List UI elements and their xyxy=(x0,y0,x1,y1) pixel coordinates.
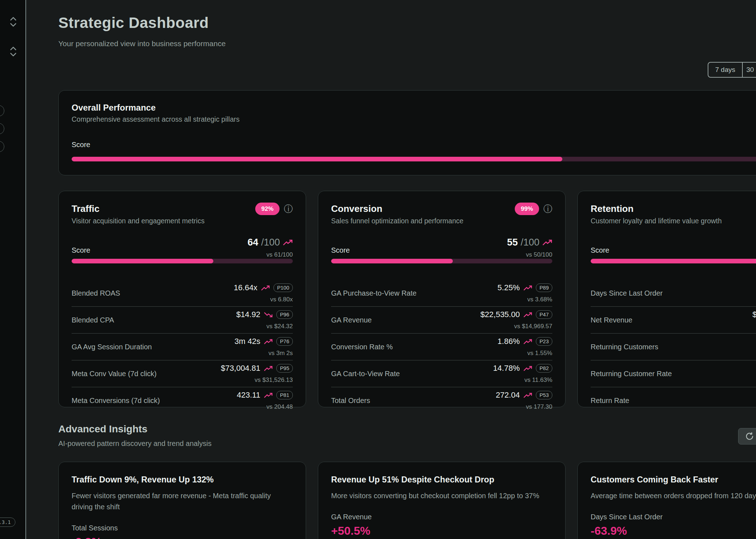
info-icon[interactable]: ⓘ xyxy=(543,204,552,213)
info-icon[interactable]: ⓘ xyxy=(284,204,293,213)
insight-description: Average time between orders dropped from… xyxy=(591,490,756,501)
metric-comparison: vs 6.80x xyxy=(270,296,293,303)
percentile-badge: P53 xyxy=(536,391,552,400)
range-7-days-button[interactable]: 7 days xyxy=(708,63,743,77)
metric-row: Returning Customers xyxy=(591,333,756,360)
trend-up-icon xyxy=(523,392,532,398)
pillar-subtitle: Customer loyalty and lifetime value grow… xyxy=(591,217,722,225)
metric-label: GA Purchase-to-View Rate xyxy=(331,289,417,297)
insight-title: Revenue Up 51% Despite Checkout Drop xyxy=(331,475,552,485)
insight-metric-label: Days Since Last Order xyxy=(591,513,756,521)
overall-card-subtitle: Comprehensive assessment across all stra… xyxy=(72,115,239,123)
metric-value-group: 1.86% P23 xyxy=(498,337,552,346)
metric-value-group: 423.11 P81 xyxy=(237,390,293,400)
page-title: Strategic Dashboard xyxy=(58,14,209,31)
score-progress-bar xyxy=(72,259,293,263)
metric-value: 16.64x xyxy=(234,283,257,292)
trend-up-icon xyxy=(523,339,532,345)
metric-value: 423.11 xyxy=(237,390,261,400)
advanced-insights-subtitle: AI-powered pattern discovery and trend a… xyxy=(58,440,212,448)
score-value-group: 55 /100 xyxy=(507,237,552,248)
overall-card-title: Overall Performance xyxy=(72,103,239,113)
page-subtitle: Your personalized view into business per… xyxy=(58,39,226,48)
score-value: 55 xyxy=(507,237,518,248)
trend-up-icon xyxy=(283,239,293,246)
metric-value: $73,004.81 xyxy=(221,364,260,373)
score-comparison: vs 50/100 xyxy=(526,251,552,258)
score-value-group: 64 /100 xyxy=(247,237,293,248)
metric-value-group: $73,004.81 P95 xyxy=(221,364,293,373)
pillar-title: Conversion xyxy=(331,203,464,214)
trend-up-icon xyxy=(523,285,532,291)
percentile-badge: P95 xyxy=(276,364,293,373)
trend-up-icon xyxy=(261,285,270,291)
score-progress-fill xyxy=(331,259,453,263)
metric-row: Conversion Rate % 1.86% P23 vs 1.55% xyxy=(331,333,552,360)
insight-metric-value: -63.9% xyxy=(591,524,756,538)
metric-row: Net Revenue $ xyxy=(591,306,756,333)
metric-comparison: vs $31,526.13 xyxy=(255,377,293,384)
metric-comparison: vs $14,969.57 xyxy=(514,323,552,330)
metric-row: Days Since Last Order xyxy=(591,280,756,306)
overall-score-progress-bar xyxy=(72,157,756,161)
score-progress-fill xyxy=(72,259,213,263)
pillar-subtitle: Sales funnel optimization and performanc… xyxy=(331,217,464,225)
metric-comparison: vs 204.48 xyxy=(266,403,293,411)
metric-label: Conversion Rate % xyxy=(331,343,393,351)
insight-metric-label: GA Revenue xyxy=(331,513,552,521)
metric-row: Meta Conv Value (7d click) $73,004.81 P9… xyxy=(72,360,293,387)
insight-metric-value: +50.5% xyxy=(331,524,552,538)
coming-soon-badge: g Soon xyxy=(0,123,4,134)
percentile-badge: P89 xyxy=(536,283,552,292)
percentile-badge: P100 xyxy=(273,283,293,292)
metric-row: GA Cart-to-View Rate 14.78% P82 vs 11.63… xyxy=(331,360,552,387)
score-progress-fill xyxy=(591,259,756,263)
metric-row: Blended ROAS 16.64x P100 vs 6.80x xyxy=(72,280,293,306)
retention-pillar-card: Retention Customer loyalty and lifetime … xyxy=(577,191,756,407)
version-badge: .3.1 xyxy=(0,518,15,527)
score-total: /100 xyxy=(261,237,280,248)
metric-row: Meta Conversions (7d click) 423.11 P81 v… xyxy=(72,387,293,414)
insight-metric-value: -9.3% xyxy=(72,535,293,539)
trend-up-icon xyxy=(264,339,273,345)
metric-row: Total Orders 272.04 P53 vs 177.30 xyxy=(331,387,552,414)
percentile-badge: P47 xyxy=(536,310,552,319)
score-comparison: vs 61/100 xyxy=(266,251,293,258)
range-30-days-button[interactable]: 30 xyxy=(743,63,756,77)
metric-value-group: $14.92 P96 xyxy=(236,310,293,319)
insight-card: Customers Coming Back Faster Average tim… xyxy=(577,462,756,539)
trend-up-icon xyxy=(523,312,532,318)
metric-value: 3m 42s xyxy=(234,337,260,346)
metric-label: GA Revenue xyxy=(331,316,372,324)
metric-value: 1.86% xyxy=(498,337,520,346)
percentile-badge: P23 xyxy=(536,337,552,346)
chevron-up-down-icon[interactable] xyxy=(9,16,17,27)
metric-label: Returning Customers xyxy=(591,343,658,351)
metric-value: $14.92 xyxy=(236,310,260,319)
score-total: /100 xyxy=(520,237,539,248)
coming-soon-badge: g Soon xyxy=(0,141,4,152)
date-range-selector: 7 days 30 xyxy=(708,62,756,78)
metric-value: $ xyxy=(752,310,756,319)
metric-label: Meta Conversions (7d click) xyxy=(72,397,160,405)
pillar-percent-badge: 99% xyxy=(515,203,539,215)
trend-up-icon xyxy=(542,239,552,246)
sidebar: g Soon g Soon g Soon .3.1 xyxy=(0,0,26,539)
metric-comparison: vs 11.63% xyxy=(524,377,552,384)
metric-comparison: vs 1.55% xyxy=(527,350,552,357)
metric-value-group: 3m 42s P76 xyxy=(234,337,293,346)
insight-title: Traffic Down 9%, Revenue Up 132% xyxy=(72,475,293,485)
metric-label: GA Cart-to-View Rate xyxy=(331,370,400,378)
insight-description: More visitors converting but checkout co… xyxy=(331,490,552,501)
pillar-percent-badge: 92% xyxy=(255,203,280,215)
pillar-title: Traffic xyxy=(72,203,204,214)
metric-label: Returning Customer Rate xyxy=(591,370,672,378)
score-label: Score xyxy=(72,246,90,254)
percentile-badge: P96 xyxy=(276,310,293,319)
insight-card: Traffic Down 9%, Revenue Up 132% Fewer v… xyxy=(58,462,306,539)
refresh-button[interactable] xyxy=(738,428,756,445)
metric-label: Days Since Last Order xyxy=(591,289,663,297)
metric-value-group: 5.25% P89 xyxy=(498,283,552,292)
chevron-up-down-icon[interactable] xyxy=(9,46,17,57)
conversion-pillar-card: Conversion Sales funnel optimization and… xyxy=(318,191,566,407)
